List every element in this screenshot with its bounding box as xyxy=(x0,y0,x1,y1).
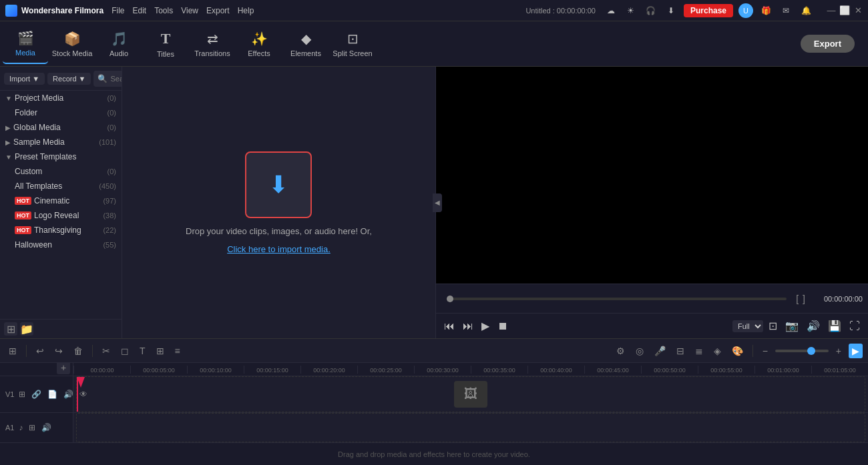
menu-help[interactable]: Help xyxy=(238,6,254,15)
seek-bar[interactable] xyxy=(447,298,787,300)
sidebar-collapse-btn[interactable]: ◀ xyxy=(433,193,442,212)
add-folder-button[interactable]: ⊞ xyxy=(4,322,17,336)
minimize-button[interactable]: — xyxy=(827,6,836,15)
search-input[interactable] xyxy=(110,75,122,83)
sidebar-item-halloween[interactable]: Halloween (55) xyxy=(0,238,122,252)
sidebar-item-project-media[interactable]: ▼ Project Media (0) xyxy=(0,91,122,105)
ruler-mark: 00:00:55:00 xyxy=(698,366,754,374)
track-volume-button[interactable]: 🔊 xyxy=(39,422,53,433)
delete-button[interactable]: 🗑 xyxy=(70,344,86,358)
marker-button[interactable]: ◎ xyxy=(632,344,647,358)
zoom-slider[interactable] xyxy=(775,350,829,352)
stop-button[interactable]: ⏹ xyxy=(495,319,511,334)
sun-icon[interactable]: ☀ xyxy=(624,3,638,18)
profile-icon[interactable]: U xyxy=(738,3,753,18)
close-button[interactable]: ✕ xyxy=(853,6,863,15)
message-icon[interactable]: ✉ xyxy=(779,3,793,18)
headset-icon[interactable]: 🎧 xyxy=(644,3,658,18)
tool-transitions[interactable]: ⇄ Transitions xyxy=(190,24,235,64)
redo-button[interactable]: ↪ xyxy=(51,344,66,358)
sidebar-item-global-media[interactable]: ▶ Global Media (0) xyxy=(0,120,122,135)
audio-track-content[interactable] xyxy=(76,413,865,443)
ruler-mark: 00:01:05:00 xyxy=(811,366,868,374)
maximize-button[interactable]: ⬜ xyxy=(840,6,849,15)
track-mute-button[interactable]: 🔊 xyxy=(61,389,75,400)
tool-effects[interactable]: ✨ Effects xyxy=(236,24,282,64)
tool-audio-label: Audio xyxy=(110,49,128,57)
sidebar-item-sample-media[interactable]: ▶ Sample Media (101) xyxy=(0,135,122,149)
cloud-icon[interactable]: ☁ xyxy=(604,3,618,18)
sidebar-item-cinematic[interactable]: HOT Cinematic (97) xyxy=(0,193,122,208)
add-item-button[interactable]: 📁 xyxy=(20,322,33,336)
menu-edit[interactable]: Edit xyxy=(132,6,146,15)
save-frame-button[interactable]: 💾 xyxy=(825,318,844,334)
tool-titles[interactable]: T Titles xyxy=(143,24,188,64)
sidebar-item-count: (0) xyxy=(107,94,116,102)
purchase-button[interactable]: Purchase xyxy=(684,4,733,17)
step-back-button[interactable]: ⏭ xyxy=(460,319,476,334)
add-video-track[interactable]: + xyxy=(57,363,70,374)
sidebar-item-all-templates[interactable]: All Templates (450) xyxy=(0,179,122,193)
tool-media[interactable]: 🎬 Media xyxy=(3,24,48,64)
bracket-left[interactable]: [ xyxy=(796,294,799,304)
audio-preview-button[interactable]: 🔊 xyxy=(804,318,823,334)
cut-button[interactable]: ✂ xyxy=(99,344,114,358)
play-button[interactable]: ▶ xyxy=(479,318,492,334)
video-track-content[interactable]: 🖼 xyxy=(76,376,865,412)
text-tool[interactable]: T xyxy=(136,344,149,358)
notification-icon[interactable]: 🔔 xyxy=(799,3,813,18)
tool-audio[interactable]: 🎵 Audio xyxy=(96,24,142,64)
track-lock-button[interactable]: 📄 xyxy=(45,389,59,400)
tool-split-screen[interactable]: ⊡ Split Screen xyxy=(330,24,375,64)
bracket-right[interactable]: ] xyxy=(803,294,805,304)
adjust-button[interactable]: ⊟ xyxy=(673,344,688,358)
project-title: Untitled : 00:00:00:00 xyxy=(525,7,596,15)
motion-track[interactable]: ◈ xyxy=(710,344,724,358)
zoom-out-button[interactable]: − xyxy=(759,344,771,358)
sidebar-item-folder[interactable]: Folder (0) xyxy=(0,105,122,120)
import-link[interactable]: Click here to import media. xyxy=(227,244,331,254)
track-add-audio[interactable]: ⊞ xyxy=(27,422,37,433)
menu-tools[interactable]: Tools xyxy=(154,6,173,15)
expand-button[interactable]: ▶ xyxy=(849,344,863,358)
export-button[interactable]: Export xyxy=(801,35,855,53)
fit-screen-button[interactable]: ⊡ xyxy=(766,318,780,334)
menu-file[interactable]: File xyxy=(112,6,124,15)
sidebar-item-logo-reveal[interactable]: HOT Logo Reveal (38) xyxy=(0,208,122,223)
track-music-icon[interactable]: ♪ xyxy=(17,422,25,433)
silence-detect[interactable]: ≡ xyxy=(172,344,184,358)
settings-icon[interactable]: ⚙ xyxy=(613,344,628,358)
snapshot-button[interactable]: 📷 xyxy=(783,318,801,334)
quality-select[interactable]: Full xyxy=(732,320,763,332)
gift-icon[interactable]: 🎁 xyxy=(758,3,773,18)
arrow-icon: ▼ xyxy=(5,153,12,161)
ruler-mark: 00:00:35:00 xyxy=(471,366,527,374)
download-icon[interactable]: ⬇ xyxy=(664,3,678,18)
menu-export[interactable]: Export xyxy=(206,6,230,15)
download-icon: ⬇ xyxy=(268,171,288,199)
voice-button[interactable]: 🎤 xyxy=(651,344,669,358)
video-track-row: V1 ⊞ 🔗 📄 🔊 👁 � xyxy=(0,376,868,413)
tool-stock-media[interactable]: 📦 Stock Media xyxy=(49,24,95,64)
import-button[interactable]: Import ▼ xyxy=(4,73,45,85)
sidebar-item-preset-templates[interactable]: ▼ Preset Templates xyxy=(0,149,122,164)
hot-badge: HOT xyxy=(15,197,31,205)
split-button[interactable]: ⊞ xyxy=(153,344,168,358)
color-button[interactable]: 🎨 xyxy=(728,344,746,358)
snap-button[interactable]: ≣ xyxy=(692,344,706,358)
zoom-in-button[interactable]: + xyxy=(833,344,845,358)
search-bar[interactable]: 🔍 xyxy=(93,71,122,87)
media-drop-area[interactable]: ◀ ⬇ Drop your video clips, images, or au… xyxy=(122,67,435,338)
tool-elements[interactable]: ◆ Elements xyxy=(283,24,329,64)
scene-detect-button[interactable]: ⊞ xyxy=(5,344,20,358)
undo-button[interactable]: ↩ xyxy=(33,344,47,358)
record-button[interactable]: Record ▼ xyxy=(47,73,91,85)
sidebar-item-thanksgiving[interactable]: HOT Thanksgiving (22) xyxy=(0,223,122,238)
skip-start-button[interactable]: ⏮ xyxy=(441,319,457,334)
track-link-button[interactable]: 🔗 xyxy=(29,389,43,400)
fullscreen-button[interactable]: ⛶ xyxy=(847,318,863,334)
sidebar-item-custom[interactable]: Custom (0) xyxy=(0,164,122,179)
copy-button[interactable]: ◻ xyxy=(118,344,132,358)
menu-view[interactable]: View xyxy=(181,6,198,15)
track-add-button[interactable]: ⊞ xyxy=(17,389,27,400)
